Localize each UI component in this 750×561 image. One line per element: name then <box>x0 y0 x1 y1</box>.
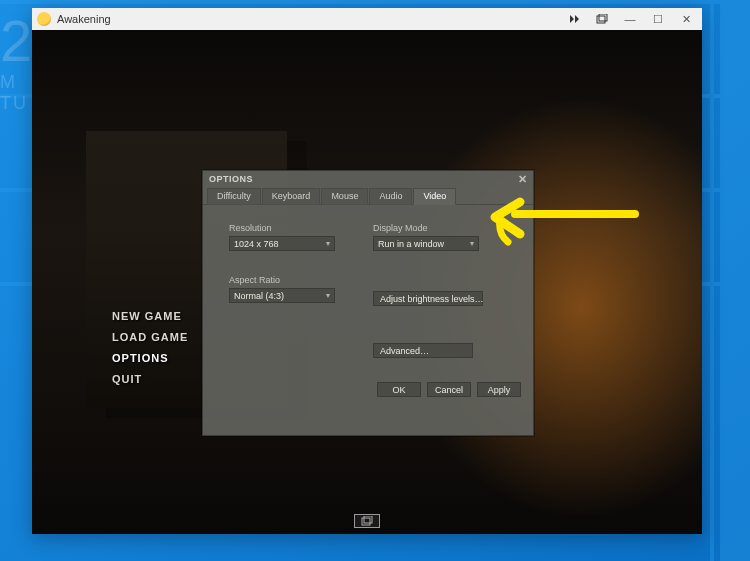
options-titlebar[interactable]: OPTIONS ✕ <box>203 171 533 187</box>
tab-difficulty[interactable]: Difficulty <box>207 188 261 205</box>
titlebar[interactable]: Awakening — ☐ ✕ <box>32 8 702 30</box>
resolution-label: Resolution <box>229 223 335 233</box>
options-tabs: Difficulty Keyboard Mouse Audio Video <box>203 187 533 205</box>
menu-quit[interactable]: QUIT <box>112 373 188 385</box>
window-title: Awakening <box>57 13 560 25</box>
shade-button[interactable] <box>560 9 588 29</box>
display-mode-value: Run in a window <box>378 239 444 249</box>
main-menu: NEW GAME LOAD GAME OPTIONS QUIT <box>112 310 188 385</box>
menu-load-game[interactable]: LOAD GAME <box>112 331 188 343</box>
display-mode-label: Display Mode <box>373 223 479 233</box>
svg-rect-0 <box>597 16 605 23</box>
cancel-button[interactable]: Cancel <box>427 382 471 397</box>
adjust-brightness-button[interactable]: Adjust brightness levels… <box>373 291 483 306</box>
close-icon[interactable]: ✕ <box>518 173 528 186</box>
menu-new-game[interactable]: NEW GAME <box>112 310 188 322</box>
tab-mouse[interactable]: Mouse <box>321 188 368 205</box>
svg-rect-2 <box>362 518 370 525</box>
apply-button[interactable]: Apply <box>477 382 521 397</box>
tab-audio[interactable]: Audio <box>369 188 412 205</box>
game-viewport: NEW GAME LOAD GAME OPTIONS QUIT OPTIONS … <box>32 30 702 534</box>
svg-rect-1 <box>599 14 607 21</box>
window-mode-icon[interactable] <box>354 514 380 528</box>
resolution-value: 1024 x 768 <box>234 239 279 249</box>
svg-rect-3 <box>364 516 372 523</box>
ok-button[interactable]: OK <box>377 382 421 397</box>
lambda-icon <box>37 12 51 26</box>
tab-video[interactable]: Video <box>413 188 456 205</box>
restore-button[interactable] <box>588 9 616 29</box>
minimize-button[interactable]: — <box>616 9 644 29</box>
aspect-ratio-label: Aspect Ratio <box>229 275 335 285</box>
tab-body-video: Resolution 1024 x 768 Display Mode Run i… <box>203 205 533 405</box>
menu-options[interactable]: OPTIONS <box>112 352 188 364</box>
maximize-button[interactable]: ☐ <box>644 9 672 29</box>
resolution-dropdown[interactable]: 1024 x 768 <box>229 236 335 251</box>
close-button[interactable]: ✕ <box>672 9 700 29</box>
aspect-ratio-dropdown[interactable]: Normal (4:3) <box>229 288 335 303</box>
options-dialog: OPTIONS ✕ Difficulty Keyboard Mouse Audi… <box>202 170 534 436</box>
options-title-text: OPTIONS <box>209 174 253 184</box>
display-mode-dropdown[interactable]: Run in a window <box>373 236 479 251</box>
tab-keyboard[interactable]: Keyboard <box>262 188 321 205</box>
advanced-button[interactable]: Advanced… <box>373 343 473 358</box>
aspect-ratio-value: Normal (4:3) <box>234 291 284 301</box>
app-window: Awakening — ☐ ✕ NEW GAME LOAD GAME OPTIO… <box>32 8 702 534</box>
